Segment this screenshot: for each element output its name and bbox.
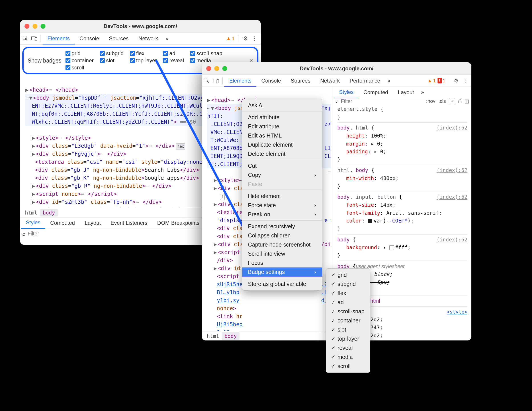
stabs-overflow[interactable]: » — [419, 87, 426, 98]
tab-elements[interactable]: Elements — [43, 33, 75, 45]
main-toolbar: Elements Console Sources Network Perform… — [202, 75, 471, 87]
warning-badge[interactable]: ▲1 — [226, 36, 235, 41]
menu-item-copy[interactable]: Copy› — [242, 170, 322, 180]
kebab-icon[interactable]: ⋮ — [251, 35, 258, 42]
menu-item-paste: Paste — [242, 180, 322, 189]
breadcrumb[interactable]: html body — [202, 331, 333, 340]
menu-item-expand-recursively[interactable]: Expand recursively — [242, 222, 322, 231]
menu-item-edit-attribute[interactable]: Edit attribute — [242, 122, 322, 131]
stab-event-listeners[interactable]: Event Listeners — [106, 217, 152, 228]
submenu-top-layer[interactable]: ✓top-layer — [326, 334, 370, 343]
menu-item-badge-settings[interactable]: Badge settings› — [242, 267, 322, 277]
menu-item-delete-element[interactable]: Delete element — [242, 149, 322, 158]
stab-styles[interactable]: Styles — [334, 87, 359, 98]
stab-styles[interactable]: Styles — [21, 217, 45, 229]
menu-item-hide-element[interactable]: Hide element — [242, 192, 322, 201]
cls-toggle[interactable]: .cls — [438, 98, 446, 104]
submenu-scroll[interactable]: ✓scroll — [326, 362, 370, 371]
badge-subgrid[interactable]: subgrid — [100, 50, 124, 56]
badge-scroll[interactable]: scroll — [66, 64, 94, 71]
close-icon[interactable] — [206, 66, 211, 71]
menu-item-scroll-into-view[interactable]: Scroll into view — [242, 249, 322, 258]
titlebar: DevTools - www.google.com/ — [20, 20, 261, 33]
badge-flex[interactable]: flex — [130, 50, 157, 56]
error-badge[interactable]: !1 — [437, 78, 445, 84]
menu-item-add-attribute[interactable]: Add attribute — [242, 113, 322, 122]
submenu-scroll-snap[interactable]: ✓scroll-snap — [326, 307, 370, 316]
kebab-icon[interactable]: ⋮ — [462, 78, 469, 84]
device-icon[interactable] — [30, 33, 39, 45]
tab-network[interactable]: Network — [133, 33, 163, 45]
traffic-lights — [202, 66, 227, 71]
maximize-icon[interactable] — [222, 66, 227, 71]
minimize-icon[interactable] — [33, 24, 38, 29]
tab-sources[interactable]: Sources — [104, 33, 133, 45]
crumb-html[interactable]: html — [204, 332, 222, 340]
tabs-overflow[interactable]: » — [163, 33, 171, 45]
traffic-lights — [20, 24, 46, 29]
menu-item-collapse-children[interactable]: Collapse children — [242, 231, 322, 240]
filter-icon: ⌕ — [335, 98, 339, 104]
stab-computed[interactable]: Computed — [359, 87, 393, 98]
close-icon[interactable] — [25, 24, 29, 29]
svg-rect-2 — [35, 37, 37, 41]
submenu-ad[interactable]: ✓ad — [326, 298, 370, 307]
crumb-body[interactable]: body — [40, 209, 57, 217]
styles-tabs: Styles Computed Layout » — [333, 87, 471, 98]
device-icon[interactable] — [212, 75, 220, 87]
tab-sources[interactable]: Sources — [286, 75, 315, 87]
gear-icon[interactable]: ⚙ — [453, 78, 460, 84]
tab-performance[interactable]: Performance — [345, 75, 385, 87]
badge-reveal[interactable]: reveal — [163, 57, 184, 64]
menu-item-duplicate-element[interactable]: Duplicate element — [242, 140, 322, 149]
submenu-container[interactable]: ✓container — [326, 316, 370, 325]
print-icon[interactable]: ⎙ — [458, 98, 461, 104]
badge-slot[interactable]: slot — [100, 57, 124, 64]
tab-elements[interactable]: Elements — [224, 75, 256, 87]
menu-item-focus[interactable]: Focus — [242, 258, 322, 267]
maximize-icon[interactable] — [40, 24, 46, 29]
gear-icon[interactable]: ⚙ — [242, 35, 249, 42]
menu-item-force-state[interactable]: Force state› — [242, 201, 322, 210]
tab-console[interactable]: Console — [256, 75, 286, 87]
add-rule-button[interactable]: + — [449, 98, 455, 104]
titlebar: DevTools - www.google.com/ — [202, 62, 471, 75]
stab-layout[interactable]: Layout — [80, 217, 106, 228]
menu-item-ask-ai[interactable]: Ask AI — [242, 101, 322, 110]
badge-scroll-snap[interactable]: scroll-snap — [190, 50, 222, 56]
submenu-grid[interactable]: ✓grid — [326, 270, 370, 280]
menu-item-break-on[interactable]: Break on› — [242, 210, 322, 219]
inspect-icon[interactable] — [21, 33, 30, 45]
submenu-flex[interactable]: ✓flex — [326, 289, 370, 298]
submenu-reveal[interactable]: ✓reveal — [326, 343, 370, 352]
crumb-body[interactable]: body — [222, 332, 239, 340]
menu-item-cut[interactable]: Cut — [242, 161, 322, 170]
badge-grid[interactable]: grid — [66, 50, 94, 56]
hov-toggle[interactable]: :hov — [426, 98, 436, 104]
crumb-html[interactable]: html — [22, 209, 40, 217]
badge-container[interactable]: container — [66, 57, 94, 64]
menu-item-capture-node-screenshot[interactable]: Capture node screenshot — [242, 240, 322, 249]
stab-computed[interactable]: Computed — [45, 217, 80, 228]
styles-filter-input[interactable] — [341, 98, 424, 104]
submenu-slot[interactable]: ✓slot — [326, 325, 370, 334]
panel-layout-icon[interactable]: ◫ — [465, 98, 469, 104]
stab-layout[interactable]: Layout — [393, 87, 419, 98]
badges-label: Show badges — [28, 57, 61, 64]
window-title: DevTools - www.google.com/ — [20, 23, 261, 29]
minimize-icon[interactable] — [214, 66, 219, 71]
badge-top-layer[interactable]: top-layer — [130, 57, 157, 64]
tab-network[interactable]: Network — [315, 75, 345, 87]
inspect-icon[interactable] — [203, 75, 212, 87]
menu-item-edit-as-html[interactable]: Edit as HTML — [242, 131, 322, 140]
warning-badge[interactable]: ▲1 — [427, 78, 436, 84]
badge-ad[interactable]: ad — [163, 50, 184, 56]
stab-dom-breakpoints[interactable]: DOM Breakpoints — [152, 217, 204, 228]
tabs-overflow[interactable]: » — [385, 75, 392, 87]
submenu-media[interactable]: ✓media — [326, 352, 370, 362]
context-menu[interactable]: Ask AIAdd attributeEdit attributeEdit as… — [242, 99, 322, 291]
tab-console[interactable]: Console — [75, 33, 104, 45]
badge-submenu[interactable]: ✓grid✓subgrid✓flex✓ad✓scroll-snap✓contai… — [326, 268, 370, 373]
submenu-subgrid[interactable]: ✓subgrid — [326, 280, 370, 289]
menu-item-store-as-global-variable[interactable]: Store as global variable — [242, 280, 322, 289]
